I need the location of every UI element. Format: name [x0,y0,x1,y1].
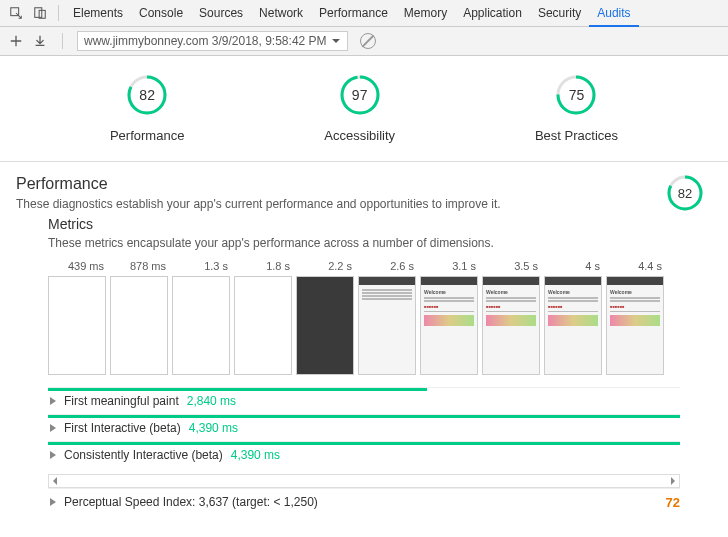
svg-rect-1 [35,8,42,18]
metric-row[interactable]: First meaningful paint2,840 ms [48,387,680,414]
section-score: 82 [666,174,704,212]
frame: Welcome■■■■■■ [544,276,602,375]
expand-icon[interactable] [50,397,56,405]
filmstrip-time: 878 ms [110,260,168,272]
section-title: Performance [16,175,501,193]
divider [62,33,63,49]
metric-name: First Interactive (beta) [64,421,181,435]
score-accessibility[interactable]: 97 Accessibility [324,74,395,143]
metric-row[interactable]: First Interactive (beta)4,390 ms [48,414,680,441]
tab-elements[interactable]: Elements [65,0,131,27]
scores-row: 82 Performance 97 Accessibility 75 Best … [0,56,728,162]
tab-network[interactable]: Network [251,0,311,27]
filmstrip-time: 1.3 s [172,260,230,272]
chevron-right-icon [669,477,677,485]
score-performance[interactable]: 82 Performance [110,74,184,143]
score-value: 82 [126,74,168,116]
frame: Welcome■■■■■■ [482,276,540,375]
score-label: Best Practices [535,128,618,143]
frame [48,276,106,375]
expand-icon[interactable] [50,424,56,432]
filmstrip-time: 1.8 s [234,260,292,272]
metric-name: Perceptual Speed Index: 3,637 (target: <… [64,495,318,509]
filmstrip-time: 439 ms [48,260,106,272]
metric-row[interactable]: Perceptual Speed Index: 3,637 (target: <… [48,488,680,515]
audits-toolbar: www.jimmybonney.com 3/9/2018, 9:58:42 PM [0,27,728,56]
filmstrip-time: 3.1 s [420,260,478,272]
tab-audits[interactable]: Audits [589,0,638,27]
metrics-title: Metrics [48,216,680,232]
new-audit-button[interactable] [8,33,24,49]
devtools-tabs: Elements Console Sources Network Perform… [0,0,728,27]
filmstrip-time: 2.6 s [358,260,416,272]
horizontal-scrollbar[interactable] [48,474,680,488]
device-toggle-icon[interactable] [32,5,48,21]
tab-sources[interactable]: Sources [191,0,251,27]
frame [234,276,292,375]
frame: Welcome■■■■■■ [606,276,664,375]
metric-value: 4,390 ms [189,421,238,435]
filmstrip-time: 3.5 s [482,260,540,272]
filmstrip-frames: Welcome■■■■■■ Welcome■■■■■■ Welcome■■■■■… [48,276,680,375]
score-value: 75 [555,74,597,116]
chevron-left-icon [51,477,59,485]
tab-memory[interactable]: Memory [396,0,455,27]
score-label: Performance [110,128,184,143]
filmstrip-time: 2.2 s [296,260,354,272]
expand-icon[interactable] [50,498,56,506]
metric-row[interactable]: Consistently Interactive (beta)4,390 ms [48,441,680,468]
metrics-subtitle: These metrics encapsulate your app's per… [48,236,680,250]
inspect-icon[interactable] [8,5,24,21]
frame: Welcome■■■■■■ [420,276,478,375]
frame [110,276,168,375]
tab-application[interactable]: Application [455,0,530,27]
expand-icon[interactable] [50,451,56,459]
score-value: 97 [339,74,381,116]
audit-select[interactable]: www.jimmybonney.com 3/9/2018, 9:58:42 PM [77,31,348,51]
frame [172,276,230,375]
filmstrip-time: 4.4 s [606,260,664,272]
tab-security[interactable]: Security [530,0,589,27]
section-subtitle: These diagnostics establish your app's c… [16,197,501,211]
frame [296,276,354,375]
score-label: Accessibility [324,128,395,143]
filmstrip-time: 4 s [544,260,602,272]
metric-name: Consistently Interactive (beta) [64,448,223,462]
metric-name: First meaningful paint [64,394,179,408]
section-score-ring: 82 [666,174,704,212]
metrics-block: Metrics These metrics encapsulate your a… [16,212,712,515]
score-bestpractices[interactable]: 75 Best Practices [535,74,618,143]
tab-performance[interactable]: Performance [311,0,396,27]
chevron-down-icon [331,36,341,46]
divider [58,5,59,21]
metric-value: 2,840 ms [187,394,236,408]
metric-score: 72 [666,495,680,510]
clear-icon[interactable] [360,33,376,49]
tab-console[interactable]: Console [131,0,191,27]
frame [358,276,416,375]
download-button[interactable] [32,33,48,49]
metric-value: 4,390 ms [231,448,280,462]
filmstrip: 439 ms878 ms1.3 s1.8 s2.2 s2.6 s3.1 s3.5… [48,260,680,375]
performance-section: Performance These diagnostics establish … [0,162,728,527]
audit-url: www.jimmybonney.com 3/9/2018, 9:58:42 PM [84,34,327,48]
